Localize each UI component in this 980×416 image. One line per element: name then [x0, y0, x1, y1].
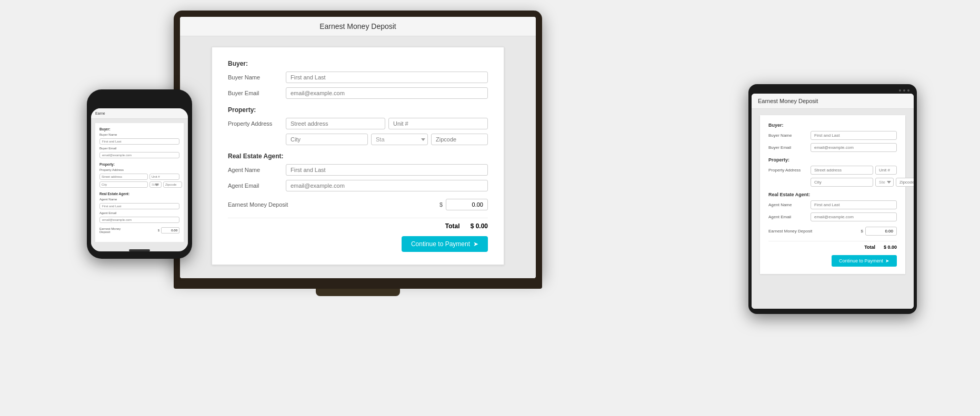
- phone-emd-label: Earnest MoneyDeposit: [99, 227, 128, 234]
- laptop-unit-input[interactable]: [388, 118, 488, 129]
- laptop-page-title: Earnest Money Deposit: [319, 22, 396, 31]
- tablet-street-input[interactable]: [811, 166, 873, 175]
- tablet-property-section: Property: Property Address: [768, 157, 897, 187]
- tablet-continue-button[interactable]: Continue to Payment ➤: [832, 255, 897, 267]
- laptop-emd-section: Earnest Money Deposit $: [228, 199, 488, 210]
- phone-property-title: Property:: [99, 163, 179, 166]
- phone-buyer-section: Buyer: Buyer Name Buyer Email: [99, 127, 179, 158]
- laptop-total-label: Total: [445, 222, 460, 230]
- laptop-continue-button[interactable]: Continue to Payment ➤: [402, 236, 488, 252]
- tablet-agent-name-input[interactable]: [811, 200, 897, 209]
- laptop-property-section: Property: Property Address: [228, 106, 488, 145]
- tablet-buyer-name-label: Buyer Name: [768, 133, 811, 138]
- phone-title-bar: Earne: [91, 108, 188, 119]
- laptop-emd-dollar: $: [439, 201, 443, 208]
- tablet-buyer-title: Buyer:: [768, 123, 897, 128]
- phone-device: Earne Buyer: Buyer Name Buyer Emai: [87, 89, 192, 259]
- laptop-emd-input[interactable]: [446, 199, 488, 210]
- tablet-zip-input[interactable]: [896, 178, 914, 187]
- phone-agent-title: Real Estate Agent:: [99, 192, 179, 196]
- tablet-camera-dot2: [903, 89, 905, 92]
- tablet-address-row1: [811, 166, 897, 175]
- phone-buyer-email-label: Buyer Email: [99, 147, 128, 150]
- laptop-agent-name-label: Agent Name: [228, 167, 286, 173]
- laptop-agent-email-input[interactable]: [286, 180, 488, 191]
- laptop-total-row: Total $ 0.00: [228, 218, 488, 230]
- phone-emd-dollar: $: [158, 229, 159, 232]
- phone-buyer-title: Buyer:: [99, 127, 179, 131]
- tablet-emd-input[interactable]: [865, 227, 897, 236]
- phone-agent-section: Real Estate Agent: Agent Name Agent Emai…: [99, 192, 179, 223]
- phone-street-input[interactable]: [99, 174, 148, 180]
- phone-property-section: Property: Property Address State: [99, 163, 179, 188]
- tablet-address-row2: Ste: [811, 178, 914, 187]
- tablet-device: Earnest Money Deposit Buyer: Buyer Name …: [748, 84, 917, 314]
- laptop-street-input[interactable]: [286, 118, 385, 129]
- laptop-buyer-title: Buyer:: [228, 60, 488, 67]
- laptop-zip-input[interactable]: [431, 134, 488, 145]
- phone-notch: [118, 97, 161, 105]
- phone-page-title: Earne: [95, 111, 105, 115]
- phone-agent-email-input[interactable]: [99, 217, 179, 223]
- laptop-form-card: Buyer: Buyer Name Buyer Email: [212, 47, 504, 265]
- laptop-address-row1: [286, 118, 488, 129]
- phone-home-bar: [129, 249, 150, 251]
- tablet-total-value: $ 0.00: [884, 245, 897, 250]
- tablet-camera-dot1: [899, 89, 901, 92]
- laptop-address-row2: Sta: [286, 134, 488, 145]
- laptop-agent-name-input[interactable]: [286, 164, 488, 176]
- tablet-page-title: Earnest Money Deposit: [758, 98, 818, 104]
- tablet-buyer-email-label: Buyer Email: [768, 145, 811, 150]
- tablet-city-input[interactable]: [811, 178, 873, 187]
- laptop-property-title: Property:: [228, 106, 488, 114]
- tablet-title-bar: Earnest Money Deposit: [752, 94, 914, 109]
- laptop-buyer-email-input[interactable]: [286, 87, 488, 99]
- laptop-city-input[interactable]: [286, 134, 368, 145]
- laptop-emd-label: Earnest Money Deposit: [228, 201, 288, 208]
- arrow-icon: ➤: [885, 258, 889, 263]
- tablet-emd-section: Earnest Money Deposit $: [768, 227, 897, 236]
- tablet-agent-email-input[interactable]: [811, 212, 897, 221]
- laptop-agent-title: Real Estate Agent:: [228, 153, 488, 160]
- tablet-camera-dot3: [907, 89, 909, 92]
- laptop-stand: [316, 289, 400, 296]
- tablet-property-title: Property:: [768, 157, 897, 163]
- laptop-state-select[interactable]: Sta: [371, 134, 428, 145]
- phone-emd-section: Earnest MoneyDeposit $: [99, 227, 179, 234]
- tablet-form-card: Buyer: Buyer Name Buyer Email Property:: [760, 115, 905, 274]
- phone-buyer-name-label: Buyer Name: [99, 133, 128, 136]
- tablet-total-row: Total $ 0.00: [768, 241, 897, 250]
- phone-emd-input[interactable]: [161, 227, 179, 234]
- phone-state-select[interactable]: State: [149, 181, 162, 188]
- tablet-unit-input[interactable]: [875, 166, 897, 175]
- laptop-buyer-email-label: Buyer Email: [228, 90, 286, 96]
- phone-unit-input[interactable]: [149, 174, 179, 180]
- phone-agent-name-input[interactable]: [99, 203, 179, 209]
- tablet-emd-label: Earnest Money Deposit: [768, 229, 812, 234]
- laptop-agent-email-label: Agent Email: [228, 182, 286, 189]
- phone-buyer-name-input[interactable]: [99, 138, 179, 145]
- tablet-agent-name-label: Agent Name: [768, 202, 811, 207]
- phone-form-card: Buyer: Buyer Name Buyer Email: [95, 123, 184, 242]
- laptop-property-address-label: Property Address: [228, 120, 286, 127]
- tablet-agent-section: Real Estate Agent: Agent Name Agent Emai…: [768, 192, 897, 221]
- laptop-buyer-name-input[interactable]: [286, 72, 488, 83]
- tablet-state-select[interactable]: Ste: [875, 178, 894, 187]
- laptop-buyer-section: Buyer: Buyer Name Buyer Email: [228, 60, 488, 99]
- arrow-icon: ➤: [473, 240, 478, 248]
- laptop-title-bar: Earnest Money Deposit: [180, 17, 536, 36]
- tablet-emd-dollar: $: [861, 229, 863, 234]
- laptop-total-value: $ 0.00: [471, 222, 488, 230]
- phone-city-input[interactable]: [99, 181, 148, 188]
- laptop-base: [174, 278, 542, 289]
- phone-zip-input[interactable]: [163, 181, 182, 188]
- laptop-agent-section: Real Estate Agent: Agent Name Agent Emai…: [228, 153, 488, 191]
- tablet-buyer-name-input[interactable]: [811, 131, 897, 140]
- laptop-device: Earnest Money Deposit Buyer: Buyer Name: [174, 11, 542, 296]
- phone-buyer-email-input[interactable]: [99, 152, 179, 158]
- tablet-buyer-section: Buyer: Buyer Name Buyer Email: [768, 123, 897, 152]
- phone-agent-email-label: Agent Email: [99, 211, 128, 215]
- tablet-agent-title: Real Estate Agent:: [768, 192, 897, 197]
- tablet-buyer-email-input[interactable]: [811, 143, 897, 152]
- phone-agent-name-label: Agent Name: [99, 198, 128, 201]
